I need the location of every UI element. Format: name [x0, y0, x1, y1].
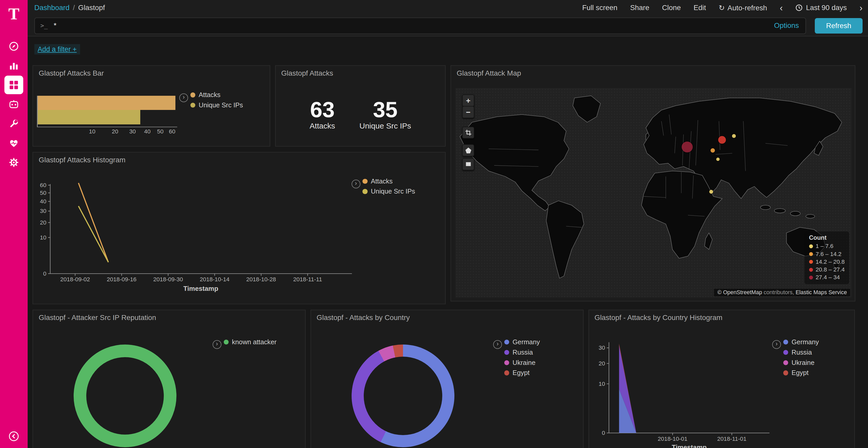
query-value: * [54, 22, 57, 30]
y-tick-label: 10 [40, 234, 46, 241]
map-markers-layer [456, 88, 851, 298]
ems-link[interactable]: Elastic Maps Service [796, 289, 847, 296]
metric-label: Unique Src IPs [359, 122, 411, 130]
legend-item[interactable]: Egypt [783, 369, 819, 377]
country-histogram-chart[interactable]: 01020302018-10-012018-11-01Timestamp [589, 310, 855, 448]
legend-label: Germany [513, 338, 540, 346]
legend-color-dot [783, 370, 788, 375]
y-tick-label: 10 [598, 381, 605, 387]
legend-item[interactable]: known attacker [224, 338, 277, 346]
x-axis-title: Timestamp [672, 444, 707, 448]
x-tick-label: 2018-10-28 [246, 276, 276, 283]
legend-item[interactable]: Unique Src IPs [363, 187, 415, 195]
bar-attacks[interactable] [37, 96, 176, 110]
axis-tick-label: 50 [155, 128, 166, 135]
gear-icon [4, 153, 23, 172]
x-axis-title: Timestamp [183, 285, 218, 292]
legend-item[interactable]: Germany [783, 338, 819, 346]
legend-color-dot [190, 103, 195, 108]
legend-item[interactable]: Unique Src IPs [190, 101, 243, 109]
add-filter-link[interactable]: Add a filter + [34, 44, 80, 55]
legend-item[interactable]: Russia [504, 349, 540, 356]
legend-label: Ukraine [513, 359, 535, 367]
legend-color-dot [504, 360, 509, 365]
legend-color-dot [190, 92, 195, 97]
axis-tick-label: 20 [110, 128, 121, 135]
osm-link[interactable]: © OpenStreetMap [717, 289, 762, 296]
bar-unique-src-ips[interactable] [37, 110, 140, 125]
time-forward-chevron-icon[interactable] [860, 3, 862, 12]
breadcrumb-dashboard-link[interactable]: Dashboard [34, 4, 69, 12]
app-sidebar: T [0, 0, 28, 448]
telekom-logo: T [0, 2, 28, 26]
map-zoom-out-button[interactable] [462, 106, 474, 118]
y-tick-label: 0 [43, 271, 46, 277]
map-legend-item: 1 – 7.6 [809, 243, 845, 249]
sidebar-item-management[interactable] [0, 152, 28, 172]
robot-face-icon [4, 95, 23, 114]
y-tick-label: 20 [598, 360, 605, 367]
map-zoom-in-button[interactable] [462, 95, 474, 107]
refresh-button[interactable]: Refresh [815, 18, 862, 34]
legend-toggle-icon[interactable] [493, 340, 502, 349]
x-tick-label: 2018-09-30 [153, 276, 183, 283]
chart-legend: AttacksUnique Src IPs [363, 177, 415, 195]
legend-label: 20.8 – 27.4 [815, 266, 845, 273]
axis-tick-label: 10 [87, 128, 98, 135]
legend-toggle-icon[interactable] [213, 340, 221, 349]
search-input[interactable]: >_ * Options [34, 18, 806, 34]
rectangle-icon [464, 160, 472, 168]
x-tick-label: 2018-11-01 [717, 436, 746, 442]
map-crop-tool-button[interactable] [462, 127, 474, 139]
legend-item[interactable]: Russia [783, 349, 819, 356]
legend-color-dot [809, 268, 813, 272]
sidebar-item-dashboard[interactable] [0, 75, 28, 95]
reputation-donut-chart[interactable] [74, 345, 177, 447]
discover-compass-icon [4, 37, 23, 56]
map-rectangle-tool-button[interactable] [462, 158, 474, 170]
sidebar-item-visualize[interactable] [0, 56, 28, 75]
country-donut-chart[interactable] [351, 345, 455, 447]
legend-toggle-icon[interactable] [351, 180, 361, 188]
legend-item[interactable]: Attacks [363, 177, 415, 185]
sidebar-item-discover[interactable] [0, 36, 28, 56]
attacks-histogram-chart[interactable]: 01020304050602018-09-022018-09-162018-09… [33, 152, 445, 304]
edit-button[interactable]: Edit [693, 4, 706, 12]
share-button[interactable]: Share [630, 4, 649, 12]
series-line-unique-src-ips[interactable] [79, 206, 108, 262]
metric-label: Attacks [310, 122, 335, 130]
panel-title: Glastopf Attacks [281, 69, 333, 77]
legend-label: Unique Src IPs [371, 187, 415, 195]
time-back-chevron-icon[interactable] [780, 3, 783, 12]
clone-button[interactable]: Clone [662, 4, 681, 12]
legend-item[interactable]: Ukraine [504, 359, 540, 367]
y-tick-label: 40 [40, 198, 46, 205]
query-options-link[interactable]: Options [774, 22, 799, 30]
panel-title: Glastopf - Attacks by Country [317, 314, 410, 322]
legend-toggle-icon[interactable] [772, 340, 781, 349]
series-line-attacks[interactable] [79, 183, 108, 262]
auto-refresh-button[interactable]: Auto-refresh [719, 4, 767, 12]
legend-item[interactable]: Attacks [190, 91, 243, 99]
sidebar-collapse-button[interactable] [0, 428, 28, 445]
metric-value: 63 [310, 98, 335, 121]
map-polygon-tool-button[interactable] [462, 144, 474, 157]
legend-label: Ukraine [792, 359, 814, 367]
breadcrumb-current: Glastopf [78, 4, 105, 12]
panel-attack-map: Glastopf Attack Map [451, 65, 855, 302]
query-bar: >_ * Options Refresh [28, 15, 868, 36]
y-tick-label: 20 [40, 219, 46, 226]
sidebar-item-dev-tools[interactable] [0, 114, 28, 133]
world-map[interactable]: Count 1 – 7.67.6 – 14.214.2 – 20.820.8 –… [456, 88, 851, 298]
legend-toggle-icon[interactable] [179, 94, 188, 102]
sidebar-item-monitoring[interactable] [0, 133, 28, 152]
time-range-label: Last 90 days [806, 4, 847, 12]
time-range-picker[interactable]: Last 90 days [796, 4, 847, 12]
full-screen-button[interactable]: Full screen [582, 4, 617, 12]
sidebar-item-timelion[interactable] [0, 95, 28, 114]
legend-color-dot [809, 252, 813, 256]
legend-item[interactable]: Egypt [504, 369, 540, 377]
legend-item[interactable]: Ukraine [783, 359, 819, 367]
legend-item[interactable]: Germany [504, 338, 540, 346]
top-menu: Full screen Share Clone Edit Auto-refres… [582, 3, 863, 12]
